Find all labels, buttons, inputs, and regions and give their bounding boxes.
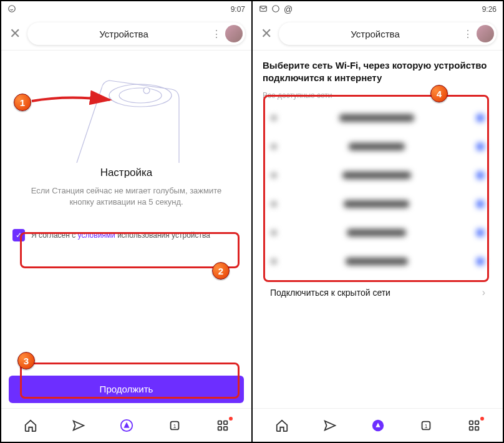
whatsapp-icon <box>271 4 280 15</box>
phone-left: 9:07 ✕ Устройства ⋮ Нас <box>1 1 251 442</box>
header-pill[interactable]: Устройства ⋮ <box>27 22 245 45</box>
svg-rect-7 <box>218 421 221 424</box>
hidden-network-row[interactable]: Подключиться к скрытой сети › <box>261 276 494 309</box>
svg-point-0 <box>9 5 16 12</box>
status-time: 9:26 <box>482 5 497 14</box>
svg-rect-8 <box>223 421 227 424</box>
phone-right: @ 9:26 ✕ Устройства ⋮ Выберите сеть Wi-F… <box>253 1 503 442</box>
close-icon[interactable]: ✕ <box>7 26 22 42</box>
setup-desc: Если Станция сейчас не мигает голубым, з… <box>10 185 243 208</box>
svg-point-2 <box>119 88 162 103</box>
whatsapp-icon <box>7 4 16 15</box>
bottom-nav: 1 <box>1 408 251 442</box>
wifi-row[interactable] <box>261 190 494 218</box>
svg-rect-9 <box>218 426 221 430</box>
chevron-right-icon: › <box>482 287 485 298</box>
header: ✕ Устройства ⋮ <box>1 17 251 51</box>
svg-rect-19 <box>475 426 478 430</box>
nav-alice-icon[interactable] <box>371 418 385 433</box>
consent-text: Я согласен с условиями использования уст… <box>31 231 210 240</box>
svg-rect-16 <box>469 421 473 424</box>
at-icon: @ <box>284 4 293 15</box>
content-right: Выберите сеть Wi-Fi, через которую устро… <box>253 51 503 408</box>
consent-row[interactable]: ✓ Я согласен с условиями использования у… <box>10 220 243 250</box>
nav-send-icon[interactable] <box>322 418 337 433</box>
badge-dot-icon <box>229 417 233 421</box>
svg-rect-10 <box>223 426 227 430</box>
wifi-row[interactable] <box>261 161 494 190</box>
svg-rect-18 <box>469 426 473 430</box>
wifi-heading: Выберите сеть Wi-Fi, через которую устро… <box>261 57 494 91</box>
header-title: Устройства <box>351 29 399 39</box>
nav-services-icon[interactable] <box>215 418 230 433</box>
nav-tabs-icon[interactable]: 1 <box>419 418 434 433</box>
wifi-row[interactable] <box>261 218 494 247</box>
nav-send-icon[interactable] <box>71 418 86 433</box>
menu-dots-icon[interactable]: ⋮ <box>211 28 221 40</box>
avatar[interactable] <box>477 25 494 42</box>
nav-home-icon[interactable] <box>23 418 38 433</box>
nav-services-icon[interactable] <box>467 418 482 433</box>
callout-marker-1: 1 <box>14 94 31 111</box>
avatar[interactable] <box>225 25 243 42</box>
callout-marker-2: 2 <box>212 262 230 280</box>
bottom-nav: 1 <box>253 408 503 442</box>
status-bar: 9:07 <box>1 1 251 17</box>
menu-dots-icon[interactable]: ⋮ <box>463 28 473 40</box>
nav-alice-icon[interactable] <box>119 418 134 433</box>
setup-title: Настройка <box>10 167 243 179</box>
terms-link[interactable]: условиями <box>78 231 115 240</box>
nav-tabs-icon[interactable]: 1 <box>167 418 182 433</box>
svg-text:1: 1 <box>424 423 427 429</box>
svg-rect-17 <box>475 421 478 424</box>
svg-text:1: 1 <box>173 423 176 429</box>
svg-point-12 <box>273 5 279 12</box>
continue-button[interactable]: Продолжить <box>9 376 244 403</box>
status-bar: @ 9:26 <box>253 1 503 17</box>
status-time: 9:07 <box>231 5 245 14</box>
callout-marker-3: 3 <box>17 352 35 369</box>
callout-marker-4: 4 <box>430 85 448 102</box>
svg-point-1 <box>109 84 172 107</box>
wifi-row[interactable] <box>261 104 494 132</box>
header: ✕ Устройства ⋮ <box>253 17 503 51</box>
wifi-list <box>261 104 494 276</box>
wifi-row[interactable] <box>261 247 494 276</box>
callout-arrow-1 <box>29 89 116 120</box>
nav-home-icon[interactable] <box>274 418 289 433</box>
close-icon[interactable]: ✕ <box>259 26 274 42</box>
header-pill[interactable]: Устройства ⋮ <box>279 22 497 45</box>
svg-point-3 <box>143 87 150 94</box>
badge-dot-icon <box>480 417 484 421</box>
consent-checkbox[interactable]: ✓ <box>12 229 25 241</box>
mail-icon <box>259 4 268 15</box>
wifi-row[interactable] <box>261 132 494 161</box>
header-title: Устройства <box>99 29 148 39</box>
wifi-sublabel: Все доступные сети <box>261 91 494 104</box>
